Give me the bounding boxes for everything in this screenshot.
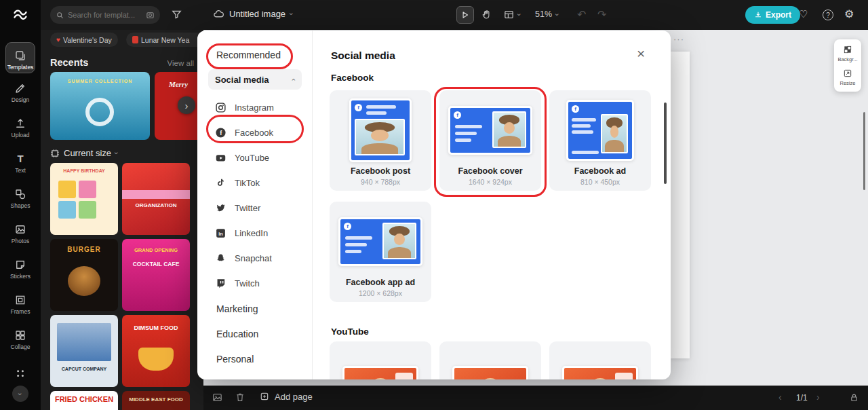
delete-page-button[interactable]	[235, 392, 245, 403]
template-thumbnail[interactable]: DIMSUM FOOD	[122, 315, 190, 387]
platform-instagram[interactable]: Instagram	[208, 96, 302, 119]
app-logo[interactable]	[0, 0, 41, 30]
filter-button[interactable]	[171, 9, 182, 20]
current-size-header[interactable]: Current size ›	[50, 148, 118, 158]
template-thumbnail[interactable]: FRIED CHICKEN	[50, 391, 118, 410]
chevron-down-icon[interactable]: ›	[288, 13, 295, 16]
preview-play-icon	[460, 10, 470, 20]
artboard[interactable]	[671, 52, 690, 358]
help-button[interactable]: ?	[823, 10, 833, 20]
size-card-youtube-3[interactable]	[549, 341, 651, 379]
view-all-link[interactable]: View all	[167, 59, 194, 67]
scroll-right-button[interactable]: ›	[178, 96, 195, 114]
sidebar-item-shapes[interactable]: Shapes	[0, 187, 41, 209]
youtube-preview	[452, 366, 528, 379]
sidebar-item-frames[interactable]: Frames	[0, 293, 41, 315]
modal-scrollbar[interactable]	[664, 102, 667, 184]
facebook-icon: f	[572, 105, 579, 113]
recent-template-thumbnail[interactable]: SUMMER COLLECTION	[50, 72, 150, 140]
template-thumbnail[interactable]: BURGER	[50, 239, 118, 311]
platform-snapchat[interactable]: Snapchat	[208, 246, 302, 269]
platform-facebook[interactable]: f Facebook	[208, 121, 302, 144]
facebook-icon: f	[355, 104, 362, 111]
next-page-button[interactable]: ›	[816, 392, 820, 402]
category-recommended[interactable]: Recommended	[216, 50, 281, 60]
category-social-media[interactable]: Social media ›	[208, 69, 302, 90]
size-card-youtube-2[interactable]	[439, 341, 541, 379]
add-page-button[interactable]: Add page	[259, 391, 313, 402]
instagram-icon	[215, 102, 226, 113]
size-card-youtube-1[interactable]	[330, 341, 431, 379]
template-thumbnail[interactable]: MIDDLE EAST FOOD	[122, 391, 190, 410]
redo-button[interactable]: ↷	[597, 8, 606, 21]
template-thumbnail[interactable]: GRAND OPENING COCKTAIL CAFE	[122, 239, 190, 311]
size-card-facebook-cover[interactable]: f Facebook cover 1640 × 924px	[439, 90, 541, 191]
category-personal[interactable]: Personal	[216, 354, 254, 365]
sidebar-item-photos[interactable]: Photos	[0, 223, 41, 244]
platform-linkedin[interactable]: in LinkedIn	[208, 221, 302, 244]
platform-twitch[interactable]: Twitch	[208, 272, 302, 295]
category-marketing[interactable]: Marketing	[216, 303, 258, 314]
preview-button[interactable]	[456, 6, 474, 24]
image-search-icon[interactable]	[146, 11, 155, 20]
heart-icon: ♥	[56, 36, 60, 43]
collage-icon	[0, 329, 41, 341]
category-education[interactable]: Education	[216, 329, 258, 339]
resize-tool-button[interactable]: Resize	[835, 67, 860, 88]
template-thumbnail[interactable]: CAPCUT COMPANY	[50, 315, 118, 387]
artboard-options-icon[interactable]: ···	[673, 34, 684, 44]
previous-page-button[interactable]: ‹	[778, 392, 782, 402]
design-icon	[0, 81, 41, 94]
chevron-up-icon: ›	[290, 78, 298, 81]
tag-valentines-day[interactable]: ♥ Valentine's Day	[50, 33, 118, 47]
document-title[interactable]: Untitled image	[229, 9, 285, 19]
sidebar-item-templates[interactable]: Templates	[5, 42, 35, 73]
platform-youtube[interactable]: YouTube	[208, 146, 302, 169]
recents-heading: Recents	[50, 57, 88, 68]
sidebar-item-text[interactable]: T Text	[0, 152, 41, 174]
sidebar-item-more[interactable]	[0, 367, 41, 379]
sidebar-item-upload[interactable]: Upload	[0, 117, 41, 138]
document-title-group[interactable]: Untitled image ›	[213, 8, 293, 20]
layout-grid-control[interactable]: ›	[503, 9, 521, 20]
modal-title: Social media	[331, 50, 395, 62]
hand-tool-button[interactable]	[481, 9, 492, 20]
search-input[interactable]	[68, 11, 142, 19]
close-button[interactable]: ×	[637, 45, 645, 62]
chevron-down-icon: ›	[16, 392, 24, 395]
collapse-rail-button[interactable]: ›	[12, 386, 28, 402]
settings-gear-button[interactable]: ⚙	[844, 7, 854, 20]
hand-icon	[481, 9, 492, 20]
tag-lunar-new-year[interactable]: Lunar New Yea	[126, 33, 203, 47]
search-box[interactable]	[50, 6, 160, 24]
zoom-level: 51%	[535, 10, 552, 19]
sidebar-item-design[interactable]: Design	[0, 81, 41, 103]
background-tool-button[interactable]: Backgr...	[835, 43, 860, 64]
platform-twitter[interactable]: Twitter	[208, 196, 302, 219]
trash-icon	[235, 392, 245, 403]
size-select-modal: Recommended Social media › Instagram f F…	[197, 31, 671, 379]
sidebar-item-stickers[interactable]: Stickers	[0, 258, 41, 280]
favorite-heart-button[interactable]: ♡	[799, 8, 808, 20]
chevron-down-icon: ›	[515, 14, 523, 16]
canvas-scrollbar[interactable]	[863, 112, 865, 190]
size-card-facebook-post[interactable]: f Facebook post 940 × 788px	[330, 90, 431, 191]
platform-tiktok[interactable]: TikTok	[208, 171, 302, 194]
youtube-preview	[562, 366, 638, 379]
undo-button[interactable]: ↶	[577, 8, 586, 21]
template-thumbnail[interactable]: HAPPY BIRTHDAY	[50, 163, 118, 235]
facebook-post-preview: f	[349, 98, 412, 162]
photos-icon	[0, 223, 41, 236]
template-thumbnail[interactable]: ORGANIZATION	[122, 163, 190, 235]
pages-view-button[interactable]	[212, 392, 223, 403]
lock-page-button[interactable]	[849, 392, 859, 403]
youtube-preview	[342, 366, 418, 379]
zoom-control[interactable]: 51% ›	[535, 10, 559, 19]
linkedin-icon: in	[215, 227, 226, 239]
size-card-facebook-ad[interactable]: f Facebook ad 810 × 450px	[549, 90, 651, 191]
filter-icon	[171, 9, 182, 20]
export-button[interactable]: Export	[745, 6, 800, 24]
size-card-facebook-app-ad[interactable]: f Facebook app ad 1200 × 628px	[330, 202, 431, 302]
facebook-icon: f	[454, 111, 461, 119]
sidebar-item-collage[interactable]: Collage	[0, 329, 41, 350]
